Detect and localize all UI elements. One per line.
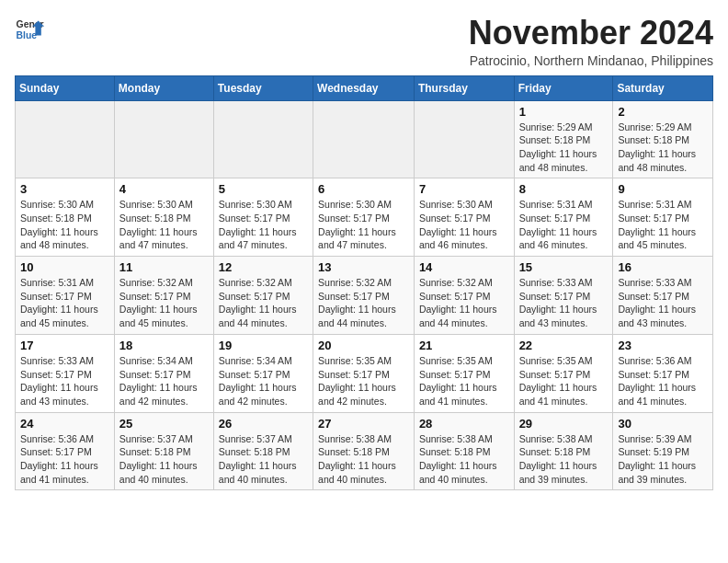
col-header-monday: Monday — [114, 75, 213, 100]
calendar-cell: 19Sunrise: 5:34 AM Sunset: 5:17 PM Dayli… — [213, 334, 313, 412]
calendar-cell — [213, 100, 313, 178]
day-number: 13 — [318, 260, 409, 274]
day-info: Sunrise: 5:32 AM Sunset: 5:17 PM Dayligh… — [219, 276, 308, 330]
day-number: 8 — [519, 182, 609, 196]
calendar-cell — [313, 100, 415, 178]
day-info: Sunrise: 5:35 AM Sunset: 5:17 PM Dayligh… — [318, 354, 409, 408]
calendar-cell: 14Sunrise: 5:32 AM Sunset: 5:17 PM Dayli… — [414, 257, 514, 335]
calendar-cell: 4Sunrise: 5:30 AM Sunset: 5:18 PM Daylig… — [114, 178, 213, 257]
calendar-cell: 24Sunrise: 5:36 AM Sunset: 5:17 PM Dayli… — [16, 412, 115, 490]
calendar-cell: 21Sunrise: 5:35 AM Sunset: 5:17 PM Dayli… — [414, 334, 514, 412]
calendar-cell: 27Sunrise: 5:38 AM Sunset: 5:18 PM Dayli… — [313, 412, 415, 490]
day-number: 29 — [519, 417, 609, 431]
day-number: 6 — [318, 182, 409, 196]
calendar-cell: 1Sunrise: 5:29 AM Sunset: 5:18 PM Daylig… — [514, 100, 613, 178]
title-block: November 2024 Patrocinio, Northern Minda… — [469, 15, 713, 68]
day-number: 9 — [618, 182, 708, 196]
calendar-cell: 30Sunrise: 5:39 AM Sunset: 5:19 PM Dayli… — [613, 412, 713, 490]
day-number: 17 — [20, 339, 109, 352]
day-number: 28 — [419, 417, 509, 431]
day-number: 23 — [618, 339, 708, 352]
day-info: Sunrise: 5:37 AM Sunset: 5:18 PM Dayligh… — [119, 432, 209, 487]
day-number: 19 — [219, 339, 308, 352]
day-number: 3 — [20, 182, 109, 196]
day-number: 10 — [20, 260, 109, 274]
day-info: Sunrise: 5:38 AM Sunset: 5:18 PM Dayligh… — [419, 432, 509, 487]
day-info: Sunrise: 5:35 AM Sunset: 5:17 PM Dayligh… — [519, 354, 609, 408]
day-info: Sunrise: 5:39 AM Sunset: 5:19 PM Dayligh… — [618, 432, 708, 487]
day-number: 2 — [618, 105, 708, 119]
calendar-cell: 28Sunrise: 5:38 AM Sunset: 5:18 PM Dayli… — [414, 412, 514, 490]
calendar-week-row: 3Sunrise: 5:30 AM Sunset: 5:18 PM Daylig… — [16, 178, 713, 257]
calendar-cell: 22Sunrise: 5:35 AM Sunset: 5:17 PM Dayli… — [514, 334, 613, 412]
calendar-cell: 5Sunrise: 5:30 AM Sunset: 5:17 PM Daylig… — [213, 178, 313, 257]
day-number: 11 — [119, 260, 209, 274]
day-number: 20 — [318, 339, 409, 352]
day-info: Sunrise: 5:33 AM Sunset: 5:17 PM Dayligh… — [519, 276, 609, 330]
day-info: Sunrise: 5:30 AM Sunset: 5:17 PM Dayligh… — [219, 198, 308, 252]
day-number: 7 — [419, 182, 509, 196]
calendar-cell: 23Sunrise: 5:36 AM Sunset: 5:17 PM Dayli… — [613, 334, 713, 412]
day-number: 12 — [219, 260, 308, 274]
calendar-cell: 7Sunrise: 5:30 AM Sunset: 5:17 PM Daylig… — [414, 178, 514, 257]
day-number: 25 — [119, 417, 209, 431]
day-info: Sunrise: 5:29 AM Sunset: 5:18 PM Dayligh… — [618, 121, 708, 175]
day-number: 24 — [20, 417, 109, 431]
col-header-wednesday: Wednesday — [313, 75, 415, 100]
day-info: Sunrise: 5:30 AM Sunset: 5:18 PM Dayligh… — [20, 198, 109, 252]
day-number: 26 — [219, 417, 308, 431]
col-header-thursday: Thursday — [414, 75, 514, 100]
day-number: 16 — [618, 260, 708, 274]
calendar-cell: 29Sunrise: 5:38 AM Sunset: 5:18 PM Dayli… — [514, 412, 613, 490]
day-info: Sunrise: 5:31 AM Sunset: 5:17 PM Dayligh… — [618, 198, 708, 252]
day-info: Sunrise: 5:31 AM Sunset: 5:17 PM Dayligh… — [20, 276, 109, 330]
logo: General Blue — [15, 15, 44, 44]
calendar-cell — [16, 100, 115, 178]
col-header-saturday: Saturday — [613, 75, 713, 100]
day-info: Sunrise: 5:29 AM Sunset: 5:18 PM Dayligh… — [519, 121, 609, 175]
day-info: Sunrise: 5:38 AM Sunset: 5:18 PM Dayligh… — [519, 432, 609, 487]
day-info: Sunrise: 5:32 AM Sunset: 5:17 PM Dayligh… — [419, 276, 509, 330]
calendar-cell: 20Sunrise: 5:35 AM Sunset: 5:17 PM Dayli… — [313, 334, 415, 412]
day-number: 14 — [419, 260, 509, 274]
day-number: 22 — [519, 339, 609, 352]
day-number: 4 — [119, 182, 209, 196]
calendar-cell: 15Sunrise: 5:33 AM Sunset: 5:17 PM Dayli… — [514, 257, 613, 335]
day-number: 21 — [419, 339, 509, 352]
calendar-cell: 3Sunrise: 5:30 AM Sunset: 5:18 PM Daylig… — [16, 178, 115, 257]
calendar-cell: 17Sunrise: 5:33 AM Sunset: 5:17 PM Dayli… — [16, 334, 115, 412]
day-info: Sunrise: 5:31 AM Sunset: 5:17 PM Dayligh… — [519, 198, 609, 252]
calendar-header-row: SundayMondayTuesdayWednesdayThursdayFrid… — [16, 75, 713, 100]
day-number: 1 — [519, 105, 609, 119]
day-info: Sunrise: 5:32 AM Sunset: 5:17 PM Dayligh… — [119, 276, 209, 330]
calendar-cell: 10Sunrise: 5:31 AM Sunset: 5:17 PM Dayli… — [16, 257, 115, 335]
day-number: 15 — [519, 260, 609, 274]
calendar-cell — [414, 100, 514, 178]
day-info: Sunrise: 5:30 AM Sunset: 5:18 PM Dayligh… — [119, 198, 209, 252]
calendar-week-row: 24Sunrise: 5:36 AM Sunset: 5:17 PM Dayli… — [16, 412, 713, 490]
calendar-table: SundayMondayTuesdayWednesdayThursdayFrid… — [15, 75, 713, 491]
day-info: Sunrise: 5:33 AM Sunset: 5:17 PM Dayligh… — [20, 354, 109, 408]
calendar-cell: 18Sunrise: 5:34 AM Sunset: 5:17 PM Dayli… — [114, 334, 213, 412]
day-info: Sunrise: 5:36 AM Sunset: 5:17 PM Dayligh… — [618, 354, 708, 408]
day-number: 30 — [618, 417, 708, 431]
calendar-cell: 9Sunrise: 5:31 AM Sunset: 5:17 PM Daylig… — [613, 178, 713, 257]
day-info: Sunrise: 5:35 AM Sunset: 5:17 PM Dayligh… — [419, 354, 509, 408]
day-number: 27 — [318, 417, 409, 431]
calendar-week-row: 10Sunrise: 5:31 AM Sunset: 5:17 PM Dayli… — [16, 257, 713, 335]
calendar-cell: 13Sunrise: 5:32 AM Sunset: 5:17 PM Dayli… — [313, 257, 415, 335]
calendar-cell: 8Sunrise: 5:31 AM Sunset: 5:17 PM Daylig… — [514, 178, 613, 257]
calendar-week-row: 17Sunrise: 5:33 AM Sunset: 5:17 PM Dayli… — [16, 334, 713, 412]
calendar-cell: 6Sunrise: 5:30 AM Sunset: 5:17 PM Daylig… — [313, 178, 415, 257]
day-info: Sunrise: 5:37 AM Sunset: 5:18 PM Dayligh… — [219, 432, 308, 487]
col-header-friday: Friday — [514, 75, 613, 100]
day-info: Sunrise: 5:38 AM Sunset: 5:18 PM Dayligh… — [318, 432, 409, 487]
logo-icon: General Blue — [15, 15, 44, 44]
calendar-cell: 12Sunrise: 5:32 AM Sunset: 5:17 PM Dayli… — [213, 257, 313, 335]
day-info: Sunrise: 5:30 AM Sunset: 5:17 PM Dayligh… — [419, 198, 509, 252]
col-header-tuesday: Tuesday — [213, 75, 313, 100]
month-title: November 2024 — [469, 15, 713, 52]
day-info: Sunrise: 5:34 AM Sunset: 5:17 PM Dayligh… — [119, 354, 209, 408]
day-info: Sunrise: 5:32 AM Sunset: 5:17 PM Dayligh… — [318, 276, 409, 330]
page-header: General Blue November 2024 Patrocinio, N… — [15, 15, 713, 68]
